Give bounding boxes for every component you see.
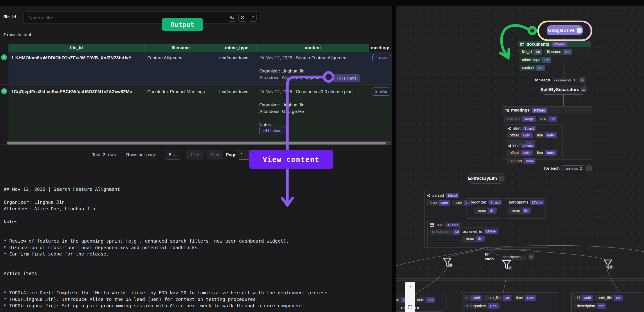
rows-per-page-label: Rows per page:	[126, 152, 158, 157]
row-selected-check-icon[interactable]: ✓	[1, 54, 7, 60]
document-icon[interactable]	[528, 254, 534, 260]
column-header-file-id[interactable]: file_id	[8, 44, 144, 52]
google-drive-label: GoogleDrive	[548, 28, 575, 33]
output-annotation-button[interactable]: Output	[162, 18, 203, 31]
table-title: meetings	[511, 108, 530, 113]
split-by-separators-node[interactable]: SplitBySeparators	[540, 85, 587, 95]
meetings-rows-button[interactable]: 1 rows	[372, 54, 391, 62]
cell-file-id: 1CqOjvgfFec3kLccSccFBCKWfqaU5O3FM1e2AZxw…	[11, 88, 142, 95]
field-name: time	[514, 296, 525, 300]
view-content-annotation-button[interactable]: View content	[250, 150, 333, 169]
markdown-line	[4, 258, 388, 265]
pagination-total: Total 2 rows	[92, 152, 116, 157]
collector-node[interactable]: idUuidnote_fileStrtimeDatepersonStr is_o…	[460, 293, 558, 312]
row-select-cell[interactable]: ✓	[0, 85, 8, 145]
for-each-value[interactable]: meetings_2	[561, 165, 584, 171]
rows-per-page-select[interactable]: 5 ⌄	[165, 150, 180, 159]
column-header-content[interactable]: content	[256, 44, 369, 52]
first-page-button[interactable]: First	[186, 150, 204, 159]
flow-graph-panel[interactable]: GoogleDrive documents KTable file_idStrf…	[396, 6, 644, 312]
end-struct-group: end Struct offsetInt64lineInt64columnInt…	[505, 142, 563, 157]
markdown-line	[4, 277, 388, 284]
fit-view-button[interactable]: ⛶	[405, 302, 415, 312]
table-icon	[505, 109, 509, 112]
collector-node[interactable]: idUuidnote_fileStrtimeDate descriptionSt…	[572, 293, 642, 312]
regex-icon[interactable]: .*	[249, 14, 257, 22]
chevron-down-icon: ⌄	[173, 153, 176, 157]
rows-count: 2	[3, 32, 6, 37]
field-name: offset	[508, 133, 521, 138]
for-each-value[interactable]: participants_3	[500, 254, 526, 260]
cell-filename: Feature Alignment	[147, 55, 184, 61]
content-attendees: Attendees: George He	[259, 108, 365, 115]
document-icon[interactable]	[580, 77, 585, 83]
type-badge: Str	[542, 57, 551, 63]
horizontal-scrollbar[interactable]	[6, 141, 391, 145]
field-name: text	[538, 117, 548, 121]
chars-badge[interactable]: +571 chars	[334, 74, 360, 82]
prev-page-button[interactable]: Prev	[206, 150, 223, 159]
field-name: name	[508, 208, 522, 213]
parsed-struct-group[interactable]: parsed Struct timeDatenoteStr organizer …	[424, 191, 548, 248]
field-chip: offsetInt64	[507, 150, 533, 156]
field-name: offset	[508, 151, 521, 155]
field-name: note_file	[596, 296, 614, 300]
document-icon[interactable]	[586, 165, 592, 171]
meetings-table-node[interactable]: meetings KTable locationRangetextStr sta…	[502, 106, 592, 159]
page-input[interactable]: 1	[238, 150, 250, 159]
row-selected-check-icon[interactable]: ✓	[1, 88, 7, 94]
field-chip: note_fileStr	[484, 295, 512, 301]
zoom-out-button[interactable]: −	[405, 292, 415, 302]
match-case-icon[interactable]: Aa	[228, 14, 236, 22]
ltable-badge: LTable	[530, 200, 544, 205]
column-header-filename[interactable]: filename	[144, 44, 217, 52]
field-chip: timeDate	[514, 295, 536, 301]
extract-node-label: ExtractByLlm	[468, 176, 497, 181]
field-chip: textStr	[538, 116, 557, 122]
markdown-line: Notes	[4, 219, 388, 226]
filter-input[interactable]: Type to filter Aa ⁙ .*	[24, 11, 259, 24]
scrollbar-thumb[interactable]	[7, 142, 386, 145]
filter-funnel-icon[interactable]	[603, 259, 614, 270]
field-name: mime_type	[520, 58, 542, 62]
extract-by-llm-node[interactable]: ExtractByLlm	[467, 173, 505, 183]
table-row[interactable]: ✓ 1CqOjvgfFec3kLccSccFBCKWfqaU5O3FM1e2AZ…	[0, 85, 392, 145]
type-badge: Date	[439, 200, 450, 206]
document-icon	[499, 176, 504, 181]
content-organizer: Organizer: Linghua Jin	[259, 102, 365, 108]
meetings-rows-button[interactable]: 2 rows	[372, 88, 390, 96]
markdown-line	[4, 284, 388, 290]
field-chip: lineInt64	[535, 150, 557, 156]
field-chip: idUuid	[463, 295, 482, 301]
filter-funnel-icon[interactable]	[442, 257, 453, 269]
zoom-in-button[interactable]: +	[405, 282, 415, 292]
row-select-cell[interactable]: ✓	[0, 52, 8, 84]
documents-table-node[interactable]: documents KTable file_idStrfilenameStrmi…	[518, 41, 591, 62]
match-word-icon[interactable]: ⁙	[238, 14, 246, 22]
markdown-line: Action items	[4, 271, 388, 277]
ltable-badge: LTable	[446, 223, 460, 227]
table-row[interactable]: ✓ 1-KHMOInm8rpMDDIOh7OcZEwfW-E0VB_XnfZN7…	[0, 52, 392, 85]
field-name: file_id	[520, 50, 534, 54]
type-badge: Str	[534, 49, 542, 55]
struct-badge: Struct	[522, 126, 536, 131]
content-organizer: Organizer: Linghua Jin	[259, 68, 365, 74]
chars-badge[interactable]: +414 chars	[259, 127, 286, 135]
participants-ltable-group: participants LTable nameStr	[505, 198, 545, 219]
markdown-line	[4, 193, 388, 200]
collector-node[interactable]: StrtimeDatenoteStr collector	[396, 295, 446, 312]
google-drive-node[interactable]: GoogleDrive	[547, 25, 583, 35]
split-node-label: SplitBySeparators	[540, 87, 580, 92]
cell-mime-type: text/markdown	[219, 88, 248, 95]
field-chip: file_idStr	[520, 49, 542, 55]
rows-suffix: rows in total	[6, 32, 31, 37]
field-name: is_organizer	[464, 304, 488, 308]
for-each-value[interactable]: documents_1	[552, 77, 578, 83]
markdown-line: * Discussion of cross-functional depende…	[4, 245, 388, 252]
for-each-documents: for each documents_1	[534, 77, 585, 83]
filter-funnel-icon[interactable]	[502, 260, 512, 271]
column-header-meetings[interactable]: meetings	[369, 44, 392, 52]
field-chip: columnInt64	[507, 158, 536, 164]
tasks-ltable-group: tasks LTable descriptionStr assigned_to …	[427, 221, 502, 245]
column-header-mime-type[interactable]: mime_type	[217, 44, 256, 52]
